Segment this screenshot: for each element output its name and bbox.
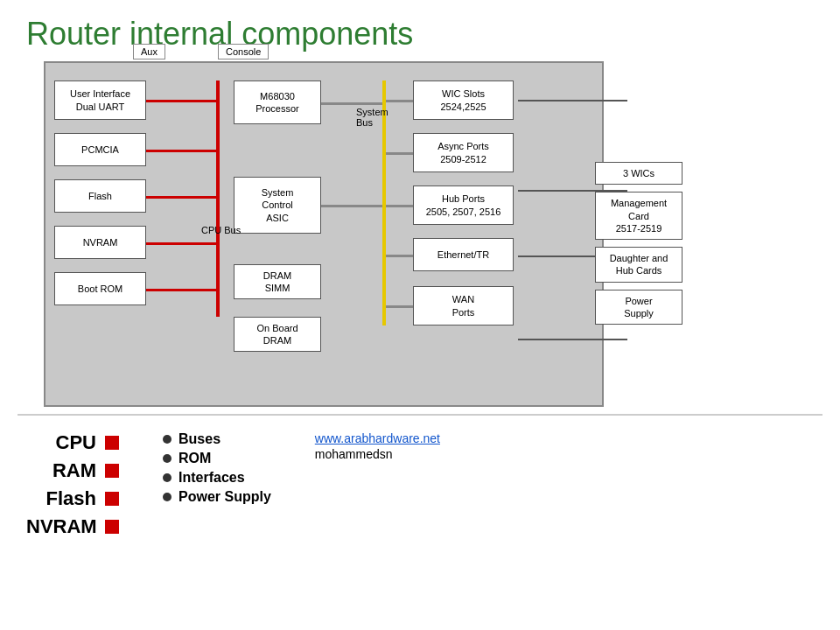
hline-sys-2: [386, 152, 414, 155]
box-nvram: NVRAM: [54, 226, 146, 259]
legend-left: CPU RAM Flash NVRAM: [26, 431, 119, 538]
system-bus-label: SystemBus: [356, 107, 388, 128]
box-wan-ports: WANPorts: [413, 286, 514, 326]
hline-sys-3: [386, 205, 414, 207]
box-hub-ports: Hub Ports2505, 2507, 2516: [413, 186, 514, 225]
bullet-rom-label: ROM: [178, 451, 211, 466]
hline-sys-4: [386, 255, 414, 257]
top-labels: Aux Console: [46, 44, 602, 60]
bullet-power: Power Supply: [163, 489, 271, 505]
outer-box-3wics: 3 WICs: [595, 162, 682, 185]
bullet-interfaces: Interfaces: [163, 470, 271, 486]
bullet-interfaces-dot: [163, 473, 172, 482]
router-diagram: Aux Console: [44, 61, 604, 407]
legend-nvram: NVRAM: [26, 515, 119, 538]
cpu-bus-label: CPU Bus: [201, 225, 241, 235]
website-info: www.arabhardware.net mohammedsn: [315, 431, 440, 461]
bullet-rom: ROM: [163, 451, 271, 466]
box-system-control: SystemControlASIC: [234, 177, 321, 234]
outer-line-1: [518, 100, 627, 102]
legend-flash: Flash: [26, 487, 119, 510]
hline-sys-1: [386, 100, 414, 102]
outer-line-4: [518, 339, 627, 340]
bullet-power-dot: [163, 493, 172, 501]
legend-cpu: CPU: [26, 431, 119, 454]
aux-label: Aux: [133, 44, 165, 60]
box-user-interface: User InterfaceDual UART: [54, 80, 146, 120]
cpu-bus-line: [216, 80, 220, 317]
content-area: Aux Console: [0, 61, 840, 407]
website-url[interactable]: www.arabhardware.net: [315, 431, 440, 445]
box-wic-slots: WIC Slots2524,2525: [413, 80, 514, 120]
bullet-rom-dot: [163, 454, 172, 463]
box-m68030: M68030Processor: [234, 80, 321, 124]
legend-flash-label: Flash: [26, 487, 96, 510]
outer-box-daughter: Daughter andHub Cards: [595, 247, 682, 283]
box-flash: Flash: [54, 179, 146, 213]
box-async-ports: Async Ports2509-2512: [413, 133, 514, 172]
box-ethernet: Ethernet/TR: [413, 238, 514, 271]
box-dram-simm: DRAMSIMM: [234, 264, 321, 299]
bullet-interfaces-label: Interfaces: [178, 470, 245, 486]
bullet-buses-dot: [163, 435, 172, 444]
box-boot-rom: Boot ROM: [54, 272, 146, 305]
outer-box-management: ManagementCard2517-2519: [595, 192, 682, 240]
legend-area: CPU RAM Flash NVRAM Buses ROM Interfaces: [0, 423, 840, 547]
hline-sys-5: [386, 305, 414, 308]
legend-cpu-label: CPU: [26, 431, 96, 454]
outer-right-boxes: 3 WICs ManagementCard2517-2519 Daughter …: [595, 162, 682, 325]
diagram-wrapper: Aux Console: [18, 61, 630, 407]
website-author: mohammedsn: [315, 447, 440, 461]
legend-right: Buses ROM Interfaces Power Supply: [145, 431, 271, 505]
bullet-buses: Buses: [163, 431, 271, 447]
legend-nvram-square: [105, 520, 119, 534]
legend-ram-square: [105, 464, 119, 478]
box-pcmcia: PCMCIA: [54, 133, 146, 166]
legend-ram-label: RAM: [26, 459, 96, 482]
legend-cpu-square: [105, 436, 119, 450]
hline-red-5: [146, 289, 216, 291]
hline-red-4: [146, 242, 216, 245]
bullet-power-label: Power Supply: [178, 489, 271, 505]
hline-red-1: [146, 100, 216, 102]
divider: [18, 414, 822, 416]
legend-ram: RAM: [26, 459, 119, 482]
legend-flash-square: [105, 492, 119, 506]
outer-box-power: PowerSupply: [595, 290, 682, 326]
bullet-buses-label: Buses: [178, 431, 220, 447]
box-on-board-dram: On BoardDRAM: [234, 317, 321, 352]
hline-red-3: [146, 196, 216, 199]
legend-nvram-label: NVRAM: [26, 515, 96, 538]
console-label: Console: [218, 44, 269, 60]
hline-red-2: [146, 150, 216, 152]
hline-sc: [321, 205, 382, 207]
hline-proc: [321, 102, 382, 105]
